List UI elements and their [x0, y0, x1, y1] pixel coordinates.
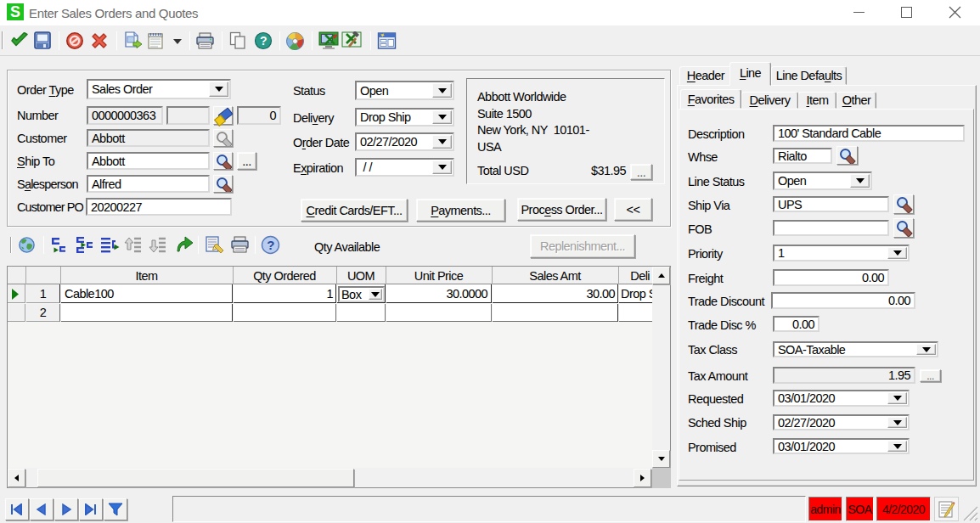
svg-text:?: ? [267, 238, 274, 252]
svg-text:?: ? [260, 34, 267, 48]
